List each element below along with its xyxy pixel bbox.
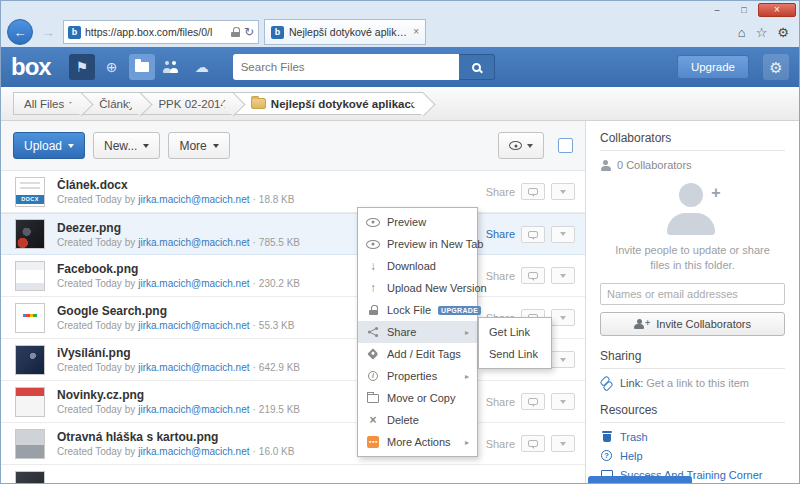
select-all-checkbox[interactable] bbox=[558, 138, 573, 153]
favorites-icon[interactable] bbox=[756, 26, 768, 39]
file-row[interactable]: DOCX Článek.docx Created Today byjirka.m… bbox=[1, 171, 585, 213]
chevron-down-icon bbox=[560, 190, 566, 194]
share-link[interactable]: Share bbox=[486, 396, 515, 408]
breadcrumb: All Files Články PPK 02-2014 Nejlepší do… bbox=[1, 87, 799, 121]
collaborators-heading: Collaborators bbox=[600, 131, 785, 151]
file-row-selected[interactable]: Deezer.png Created Today byjirka.macich@… bbox=[1, 213, 585, 255]
menu-item-share[interactable]: Share bbox=[358, 321, 477, 343]
upload-button[interactable]: Upload bbox=[13, 132, 85, 159]
comment-button[interactable] bbox=[521, 183, 545, 200]
menu-item-move-or-copy[interactable]: Move or Copy bbox=[358, 387, 477, 409]
settings-icon[interactable] bbox=[777, 26, 789, 39]
tab-close-icon[interactable] bbox=[413, 27, 419, 37]
more-button[interactable]: More bbox=[168, 132, 229, 159]
menu-item-add-edit-tags[interactable]: Add / Edit Tags bbox=[358, 343, 477, 365]
owner-email-link[interactable]: jirka.macich@macich.net bbox=[138, 278, 249, 289]
add-person-icon bbox=[634, 319, 650, 329]
download-icon bbox=[366, 260, 380, 272]
nav-apps-button[interactable] bbox=[99, 54, 125, 80]
comment-button[interactable] bbox=[521, 435, 545, 452]
owner-email-link[interactable]: jirka.macich@macich.net bbox=[138, 362, 249, 373]
owner-email-link[interactable]: jirka.macich@macich.net bbox=[138, 237, 249, 248]
cloud-icon bbox=[195, 60, 209, 74]
breadcrumb-ppk[interactable]: PPK 02-2014 bbox=[140, 92, 232, 115]
view-options-button[interactable] bbox=[498, 132, 544, 159]
close-button[interactable] bbox=[758, 3, 796, 17]
file-row[interactable]: Facebook.png Created Today byjirka.macic… bbox=[1, 255, 585, 297]
file-thumbnail bbox=[15, 387, 45, 417]
row-menu-button[interactable] bbox=[551, 226, 575, 243]
submenu-item-send-link[interactable]: Send Link bbox=[479, 343, 551, 365]
menu-item-lock-file[interactable]: Lock File UPGRADE bbox=[358, 299, 477, 321]
comment-button[interactable] bbox=[521, 267, 545, 284]
minimize-button[interactable] bbox=[704, 3, 730, 17]
trash-icon bbox=[600, 431, 613, 442]
menu-item-download[interactable]: Download bbox=[358, 255, 477, 277]
help-icon bbox=[600, 450, 613, 461]
share-link[interactable]: Share bbox=[486, 186, 515, 198]
row-menu-button[interactable] bbox=[551, 309, 575, 326]
row-menu-button[interactable] bbox=[551, 183, 575, 200]
maximize-icon bbox=[741, 6, 746, 15]
browser-tab[interactable]: Nejlepší dotykové aplikace ... bbox=[264, 19, 426, 45]
address-bar[interactable]: https://app.box.com/files/0/l bbox=[63, 20, 259, 44]
invite-emails-input[interactable] bbox=[600, 283, 785, 305]
new-button[interactable]: New... bbox=[93, 132, 160, 159]
home-icon[interactable] bbox=[738, 26, 746, 39]
share-link[interactable]: Share bbox=[486, 438, 515, 450]
search-button[interactable] bbox=[459, 54, 495, 80]
maximize-button[interactable] bbox=[731, 3, 757, 17]
row-menu-button[interactable] bbox=[551, 267, 575, 284]
file-row[interactable]: Otravná hláška s kartou.png Created Toda… bbox=[1, 423, 585, 465]
owner-email-link[interactable]: jirka.macich@macich.net bbox=[138, 194, 249, 205]
share-link[interactable]: Share bbox=[486, 270, 515, 282]
menu-item-preview[interactable]: Preview bbox=[358, 211, 477, 233]
folder-icon bbox=[135, 62, 149, 72]
plus-icon bbox=[711, 185, 720, 201]
file-context-menu: Preview Preview in New Tab Download Uplo… bbox=[357, 207, 478, 457]
menu-item-upload-new-version[interactable]: Upload New Version bbox=[358, 277, 477, 299]
comment-button[interactable] bbox=[521, 226, 545, 243]
refresh-icon[interactable] bbox=[244, 26, 254, 38]
submenu-item-get-link[interactable]: Get Link bbox=[479, 321, 551, 343]
owner-email-link[interactable]: jirka.macich@macich.net bbox=[138, 446, 249, 457]
invite-description: Invite people to update or share files i… bbox=[604, 243, 781, 273]
owner-email-link[interactable]: jirka.macich@macich.net bbox=[138, 404, 249, 415]
help-link[interactable]: Help bbox=[600, 450, 785, 462]
upgrade-button[interactable]: Upgrade bbox=[677, 55, 749, 79]
box-logo[interactable]: box bbox=[11, 53, 51, 81]
menu-item-delete[interactable]: Delete bbox=[358, 409, 477, 431]
file-row-partial[interactable] bbox=[1, 465, 585, 483]
search-box bbox=[233, 54, 495, 80]
chevron-down-icon bbox=[560, 232, 566, 236]
updates-icon bbox=[75, 60, 88, 74]
owner-email-link[interactable]: jirka.macich@macich.net bbox=[138, 320, 249, 331]
chevron-down-icon bbox=[68, 144, 74, 148]
breadcrumb-all-files[interactable]: All Files bbox=[13, 92, 81, 115]
trash-link[interactable]: Trash bbox=[600, 431, 785, 443]
back-button[interactable] bbox=[7, 19, 33, 45]
menu-item-more-actions[interactable]: More Actions bbox=[358, 431, 477, 453]
search-input[interactable] bbox=[233, 54, 459, 80]
menu-item-properties[interactable]: Properties bbox=[358, 365, 477, 387]
breadcrumb-current-folder[interactable]: Nejlepší dotykové aplikace bbox=[233, 92, 423, 115]
row-menu-button[interactable] bbox=[551, 393, 575, 410]
share-link[interactable]: Share bbox=[486, 228, 515, 240]
nav-collaborators-button[interactable] bbox=[159, 54, 185, 80]
menu-item-preview-new-tab[interactable]: Preview in New Tab bbox=[358, 233, 477, 255]
nav-updates-button[interactable] bbox=[69, 54, 95, 80]
tag-icon bbox=[366, 350, 380, 358]
invite-collaborators-button[interactable]: Invite Collaborators bbox=[600, 312, 785, 336]
nav-sync-button[interactable] bbox=[189, 54, 215, 80]
file-row[interactable]: Novinky.cz.png Created Today byjirka.mac… bbox=[1, 381, 585, 423]
forward-button[interactable] bbox=[38, 22, 58, 42]
comment-button[interactable] bbox=[521, 393, 545, 410]
account-settings-button[interactable] bbox=[763, 54, 789, 80]
chevron-down-icon bbox=[213, 144, 219, 148]
get-link-row[interactable]: Link: Get a link to this item bbox=[600, 377, 785, 390]
title-bar bbox=[1, 1, 799, 17]
row-menu-button[interactable] bbox=[551, 351, 575, 368]
row-menu-button[interactable] bbox=[551, 435, 575, 452]
comment-icon bbox=[528, 398, 538, 405]
nav-files-button[interactable] bbox=[129, 54, 155, 80]
